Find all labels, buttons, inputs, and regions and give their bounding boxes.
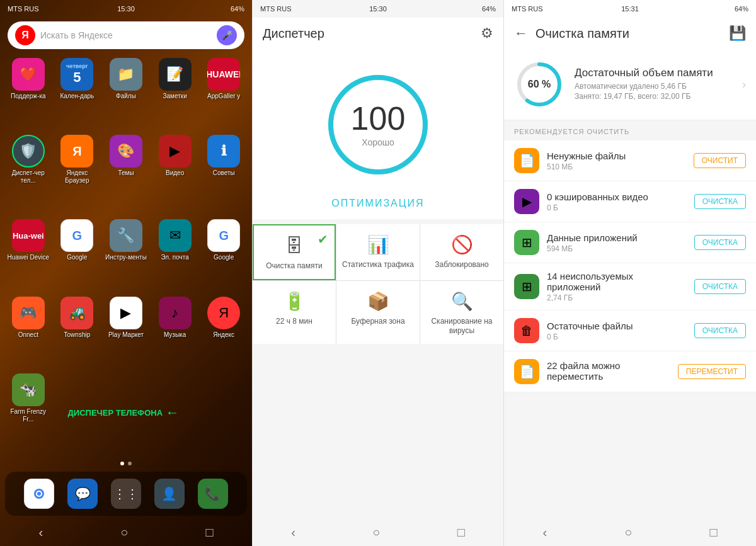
gear-icon[interactable]: ⚙	[481, 25, 493, 42]
app-icon-google2: G	[207, 219, 240, 252]
app-google2[interactable]: G Google	[202, 219, 246, 291]
time-1: 15:30	[117, 5, 135, 13]
app-video[interactable]: ▶ Видео	[153, 135, 197, 214]
app-label-dispatcher: Диспет-чер тел...	[6, 169, 50, 185]
app-icon-playmarket: ▶	[110, 297, 142, 329]
app-farm[interactable]: 🐄 Farm Frenzy Fr...	[6, 373, 50, 453]
app-icon-music: ♪	[159, 297, 192, 329]
search-bar[interactable]: Я Искать в Яндексе 🎤	[8, 21, 244, 49]
app-appgallery[interactable]: HUAWEI AppGaller у	[202, 58, 246, 130]
clean-button-video-cache[interactable]: ОЧИСТКА	[694, 194, 746, 209]
phone2-manager: MTS RUS 15:30 64% Диспетчер ⚙ 100 Хорошо…	[252, 0, 504, 546]
performance-gauge[interactable]: 100 Хорошо	[321, 68, 435, 181]
yandex-logo-icon: Я	[15, 25, 35, 45]
clean-items-list: 📄 Ненужные файлы 510 МБ ОЧИСТИТ ▶ 0 кэши…	[504, 140, 756, 518]
nav-home-1[interactable]: ○	[120, 525, 128, 540]
menu-item-storage[interactable]: 🗄 Очистка памяти ✔	[253, 224, 336, 280]
nav-back-3[interactable]: ‹	[543, 525, 547, 540]
app-playmarket[interactable]: ▶ Play Маркет	[104, 297, 148, 368]
dock-apps[interactable]: ⋮⋮	[111, 479, 141, 509]
annotation-text: ДИСПЕЧЕР ТЕЛЕФОНА	[68, 408, 163, 418]
memory-status[interactable]: 60 % Достаточный объем памяти Автоматиче…	[504, 49, 756, 120]
app-notes[interactable]: 📝 Заметки	[153, 58, 197, 130]
menu-item-buffer[interactable]: 📦 Буферная зона	[336, 281, 420, 344]
app-tools[interactable]: 🔧 Инстру-менты	[104, 219, 148, 291]
app-label-music: Музыка	[164, 331, 186, 339]
app-label-video: Видео	[166, 169, 184, 177]
app-music[interactable]: ♪ Музыка	[153, 297, 197, 368]
nav-bar-3: ‹ ○ □	[504, 518, 756, 546]
optimize-button[interactable]: ОПТИМИЗАЦИЯ	[331, 198, 424, 209]
clean-button-move[interactable]: ПЕРЕМЕСТИТ	[678, 364, 746, 379]
clean-button-unused-apps[interactable]: ОЧИСТКА	[694, 279, 746, 294]
dock-messages[interactable]: 💬	[67, 479, 98, 509]
app-yandex[interactable]: Я Яндекс	[202, 297, 246, 368]
app-label-themes: Темы	[118, 169, 134, 177]
app-yandex-browser[interactable]: Я Яндекс Браузер	[55, 135, 100, 214]
mic-button[interactable]: 🎤	[217, 25, 237, 45]
dot-2	[128, 462, 132, 465]
checkmark-icon: ✔	[318, 232, 328, 247]
battery-2: 64%	[482, 5, 496, 13]
app-icon-township: 🚜	[60, 297, 93, 329]
unused-apps-icon: ⊞	[514, 274, 539, 299]
dock-phone[interactable]: 📞	[198, 479, 228, 509]
app-calendar[interactable]: четверг 5 Кален-дарь	[55, 58, 100, 130]
phone2-title: Диспетчер	[263, 26, 324, 41]
app-files[interactable]: 📁 Файлы	[104, 58, 148, 130]
recommend-section-header: РЕКОМЕНДУЕТСЯ ОЧИСТИТЬ	[504, 120, 756, 140]
page-dots	[0, 458, 252, 469]
app-icon-video: ▶	[159, 135, 192, 168]
clean-item-unused-apps: ⊞ 14 неиспользуемых приложений 2,74 ГБ О…	[504, 263, 756, 310]
junk-icon: 📄	[514, 148, 539, 173]
app-township[interactable]: 🚜 Township	[55, 297, 100, 368]
clean-button-residual[interactable]: ОЧИСТКА	[694, 323, 746, 338]
app-themes[interactable]: 🎨 Темы	[104, 135, 148, 214]
nav-back-2[interactable]: ‹	[291, 525, 295, 540]
app-data-name: Данные приложений	[547, 232, 687, 243]
manager-menu-grid: 🗄 Очистка памяти ✔ 📊 Статистика трафика …	[253, 224, 503, 344]
phone1-homescreen: MTS RUS 15:30 64% Я Искать в Яндексе 🎤 ❤…	[0, 0, 252, 546]
menu-item-blocked[interactable]: 🚫 Заблокировано	[420, 224, 503, 280]
app-google1[interactable]: G Google	[55, 219, 100, 291]
memory-percent-value: 60 %	[528, 79, 551, 90]
carrier-2: MTS RUS	[260, 5, 292, 13]
clean-button-junk[interactable]: ОЧИСТИТ	[694, 153, 746, 168]
dock-contacts[interactable]: 👤	[154, 479, 185, 509]
status-bar-2: MTS RUS 15:30 64%	[253, 0, 503, 18]
storage-icon: 🗄	[285, 236, 303, 256]
menu-item-traffic[interactable]: 📊 Статистика трафика	[336, 224, 420, 280]
clean-button-app-data[interactable]: ОЧИСТКА	[694, 235, 746, 250]
app-icon-huawei-device: Hua-wei	[12, 219, 45, 252]
app-email[interactable]: ✉ Эл. почта	[153, 219, 197, 291]
app-tips[interactable]: ℹ Советы	[202, 135, 246, 214]
nav-home-3[interactable]: ○	[624, 525, 632, 540]
dock-chrome[interactable]	[24, 479, 54, 509]
battery-3: 64%	[735, 5, 748, 13]
clean-item-video-cache: ▶ 0 кэшированных видео 0 Б ОЧИСТКА	[504, 181, 756, 222]
app-dispatcher[interactable]: 🛡️ Диспет-чер тел...	[6, 135, 50, 214]
nav-home-2[interactable]: ○	[372, 525, 380, 540]
nav-recent-1[interactable]: □	[205, 525, 213, 540]
memory-detail1: Автоматически удалено 5,46 ГБ	[575, 82, 732, 91]
move-info: 22 файла можно переместить	[547, 360, 670, 383]
chevron-right-icon: ›	[742, 78, 746, 91]
app-podderzhka[interactable]: ❤️ Поддерж-ка	[6, 58, 50, 130]
menu-item-battery[interactable]: 🔋 22 ч 8 мин	[253, 281, 336, 344]
gauge-label: Хорошо	[351, 137, 406, 147]
menu-item-antivirus[interactable]: 🔍 Сканирование на вирусы	[420, 281, 503, 344]
menu-label-storage: Очистка памяти	[266, 261, 322, 271]
move-name: 22 файла можно переместить	[547, 360, 670, 382]
antivirus-icon: 🔍	[451, 291, 473, 312]
app-huawei-device[interactable]: Hua-wei Huawei Device	[6, 219, 50, 291]
menu-label-buffer: Буферная зона	[351, 317, 404, 327]
memory-circle-gauge: 60 %	[514, 59, 564, 110]
nav-recent-2[interactable]: □	[457, 525, 465, 540]
blocked-icon: 🚫	[451, 234, 473, 255]
nav-back-1[interactable]: ‹	[39, 525, 43, 540]
app-onnect[interactable]: 🎮 Onnect	[6, 297, 50, 368]
app-data-icon: ⊞	[514, 230, 539, 255]
back-button[interactable]: ←	[514, 25, 528, 42]
clean-item-junk: 📄 Ненужные файлы 510 МБ ОЧИСТИТ	[504, 140, 756, 181]
nav-recent-3[interactable]: □	[709, 525, 717, 540]
